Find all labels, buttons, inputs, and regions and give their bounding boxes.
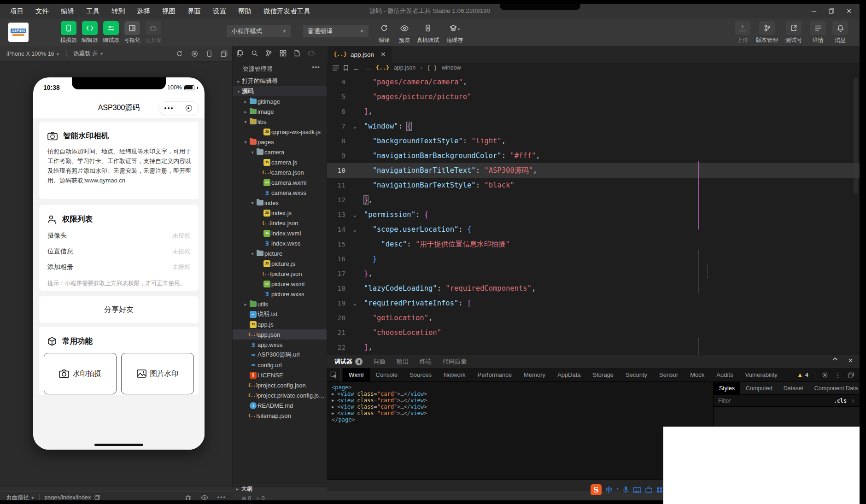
tree-item-config.url[interactable]: ∞config.url xyxy=(233,360,327,370)
tree-item-说明.txt[interactable]: ≡说明.txt xyxy=(233,309,327,319)
tree-item-源码[interactable]: ▾源码 xyxy=(233,86,327,96)
devtools-tab-Storage[interactable]: Storage xyxy=(587,368,620,381)
tab-app-json[interactable]: {..} app.json ✕ xyxy=(328,46,392,63)
bookmark-icon[interactable] xyxy=(344,65,348,71)
toolbar-button-可视化[interactable]: 可视化 xyxy=(122,21,143,44)
menu-视图[interactable]: 视图 xyxy=(162,7,176,16)
search-icon[interactable] xyxy=(251,50,258,57)
watermark-shoot-button[interactable]: 水印拍摄 xyxy=(44,353,117,394)
extensions-grid-icon[interactable] xyxy=(280,50,287,57)
device-select[interactable]: iPhone X 100% 16 ▼ xyxy=(0,51,60,57)
code-line-6[interactable]: 6], xyxy=(327,104,860,119)
menu-设置[interactable]: 设置 xyxy=(213,7,226,16)
tree-item-app.wxss[interactable]: Ǝapp.wxss xyxy=(233,340,327,350)
image-watermark-button[interactable]: 图片水印 xyxy=(121,353,194,394)
npm-cloud-icon[interactable] xyxy=(308,51,315,56)
outline-list-icon[interactable] xyxy=(333,65,339,70)
code-line-10[interactable]: 10 "navigationBarTitleText": "ASP300源码", xyxy=(327,163,860,178)
tree-item-project.config.json[interactable]: {..}project.config.json xyxy=(233,380,327,390)
menu-项目[interactable]: 项目 xyxy=(10,7,23,16)
bug-icon[interactable] xyxy=(185,494,192,501)
devtools-tab-Wxml[interactable]: Wxml xyxy=(343,368,370,381)
styles-tab-Dataset[interactable]: Dataset xyxy=(778,382,809,394)
tree-item-index.json[interactable]: {..}index.json xyxy=(233,218,327,228)
tree-item-app.json[interactable]: {..}app.json xyxy=(233,329,327,340)
toolbar-button-清缓存[interactable]: ▾清缓存 xyxy=(441,21,468,44)
toolbar-button-消息[interactable]: 消息 xyxy=(829,21,851,44)
tree-item-README.md[interactable]: iREADME.md xyxy=(233,400,327,410)
devtools-tab-Mock[interactable]: Mock xyxy=(684,368,710,381)
code-line-8[interactable]: 8 "backgroundTextStyle": "light", xyxy=(327,134,860,148)
tree-item-index.wxml[interactable]: <>index.wxml xyxy=(233,228,327,238)
wxml-tree[interactable]: <page>▶<view class="card">…</view>▶<view… xyxy=(327,382,713,479)
detach-window-icon[interactable] xyxy=(221,50,228,57)
devtools-tab-Performance[interactable]: Performance xyxy=(472,368,518,381)
tree-item-picture.wxss[interactable]: Ǝpicture.wxss xyxy=(233,289,327,299)
menu-帮助[interactable]: 帮助 xyxy=(238,7,252,16)
permission-row[interactable]: 摄像头未授权 xyxy=(39,232,199,240)
sogou-logo-icon[interactable]: S xyxy=(591,484,602,495)
tree-item-打开的编辑器[interactable]: ▸打开的编辑器 xyxy=(233,76,327,86)
styles-tab-Component Data[interactable]: Component Data xyxy=(809,382,860,394)
code-line-17[interactable]: 17}, xyxy=(327,266,860,281)
tree-item-index.wxss[interactable]: Ǝindex.wxss xyxy=(233,238,327,248)
debug-tab-代码质量[interactable]: 代码质量 xyxy=(443,357,467,366)
debug-tab-终端[interactable]: 终端 xyxy=(420,357,432,366)
devtools-tab-Sensor[interactable]: Sensor xyxy=(653,368,684,381)
stop-icon[interactable] xyxy=(191,50,198,57)
tree-item-sitemap.json[interactable]: {..}sitemap.json xyxy=(233,410,327,421)
menu-工具[interactable]: 工具 xyxy=(86,7,99,16)
ime-lang-toggle[interactable]: 中 xyxy=(606,486,613,494)
outline-section[interactable]: ▸大纲 xyxy=(233,485,327,493)
cls-toggle[interactable]: .cls xyxy=(834,398,847,404)
toolbar-button-上传[interactable]: 上传 xyxy=(731,21,754,44)
debug-tab-输出[interactable]: 输出 xyxy=(397,357,409,366)
code-line-16[interactable]: 16 } xyxy=(327,252,860,266)
more-menu-button[interactable] xyxy=(159,107,179,109)
tree-item-image[interactable]: ▸image xyxy=(233,106,327,117)
restart-icon[interactable] xyxy=(176,50,183,57)
close-panel-icon[interactable]: ✕ xyxy=(848,357,853,364)
explorer-more-icon[interactable]: ••• xyxy=(312,64,320,71)
collapse-panel-icon[interactable] xyxy=(832,357,838,364)
tree-item-gitimage[interactable]: ▸gitimage xyxy=(233,96,327,106)
debug-tab-问题[interactable]: 问题 xyxy=(374,357,386,366)
menu-界面[interactable]: 界面 xyxy=(187,7,201,16)
hot-reload-toggle[interactable]: 热重载 开 ▼ xyxy=(73,50,104,58)
toolbar-button-模拟器[interactable]: 模拟器 xyxy=(58,21,79,44)
tree-item-camera.js[interactable]: JScamera.js xyxy=(233,157,327,167)
rotate-device-icon[interactable] xyxy=(206,50,212,57)
toolbox-icon[interactable] xyxy=(645,486,652,493)
devtools-tab-AppData[interactable]: AppData xyxy=(551,368,587,381)
devtools-tab-Memory[interactable]: Memory xyxy=(518,368,551,381)
debug-tab-调试器[interactable]: 调试器4 xyxy=(334,357,363,366)
permission-row[interactable]: 位置信息未授权 xyxy=(39,247,199,256)
tree-item-camera.json[interactable]: {..}camera.json xyxy=(233,167,327,177)
devtools-tab-Network[interactable]: Network xyxy=(438,368,472,381)
filter-input[interactable]: Filter xyxy=(718,398,834,404)
nav-forward-icon[interactable]: → xyxy=(364,64,371,72)
toolbar-button-测试号[interactable]: 测试号 xyxy=(780,21,807,44)
toolbar-button-编译[interactable]: 编译 xyxy=(374,21,394,44)
code-area[interactable]: 4 "pages/camera/camera",5 "pages/picture… xyxy=(327,75,860,355)
add-style-icon[interactable]: + xyxy=(851,397,855,404)
code-line-19[interactable]: 19⌄"requiredPrivateInfos": [ xyxy=(327,296,860,311)
code-line-13[interactable]: 13⌄"permission": { xyxy=(327,207,860,222)
tree-item-index.js[interactable]: JSindex.js xyxy=(233,208,327,218)
inspect-element-icon[interactable] xyxy=(327,368,341,382)
devtools-tab-Audits[interactable]: Audits xyxy=(710,368,739,381)
wxml-node[interactable]: <page> xyxy=(327,384,713,391)
close-minip-button[interactable] xyxy=(179,105,199,111)
code-line-22[interactable]: 22], xyxy=(327,340,860,355)
code-line-21[interactable]: 21 "chooseLocation" xyxy=(327,325,860,340)
menu-选择[interactable]: 选择 xyxy=(137,7,150,16)
code-line-12[interactable]: 12}, xyxy=(327,193,860,207)
toolbar-button-云开发[interactable]: 云开发 xyxy=(143,21,164,44)
toolbar-button-调试器[interactable]: 调试器 xyxy=(100,21,122,44)
mic-icon[interactable] xyxy=(623,486,629,493)
permission-row[interactable]: 添加相册未授权 xyxy=(39,263,199,271)
wxml-node[interactable]: ▶<view class="card">…</view> xyxy=(327,397,713,404)
compile-mode-select[interactable]: 普通编译▼ xyxy=(303,25,369,37)
files-icon[interactable] xyxy=(236,50,243,57)
tree-item-app.js[interactable]: JSapp.js xyxy=(233,319,327,329)
